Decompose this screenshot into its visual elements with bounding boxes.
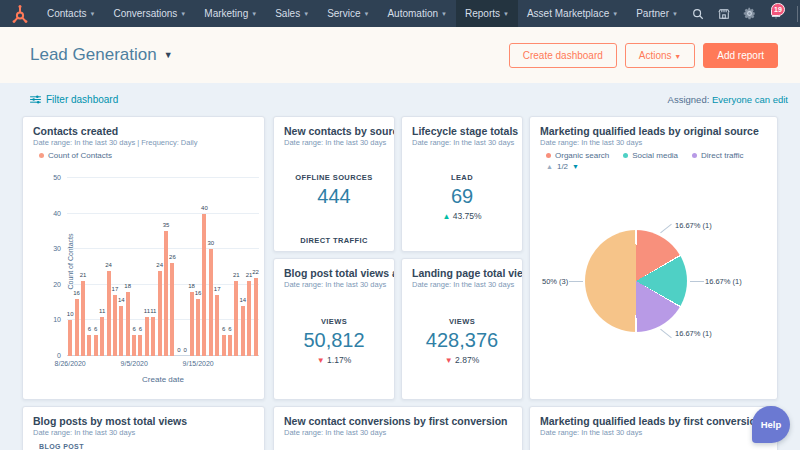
bar-value-label: 24	[156, 262, 163, 268]
metric-label: VIEWS	[274, 317, 394, 326]
bar[interactable]: 6	[228, 335, 232, 356]
bar[interactable]: 6	[138, 335, 142, 356]
bar[interactable]: 21	[81, 281, 85, 356]
pie-slice-label: 50% (3)	[542, 277, 568, 286]
bar[interactable]: 35	[164, 231, 168, 356]
card-title: New contacts by source	[274, 117, 394, 138]
top-nav: Contacts▼Conversations▼Marketing▼Sales▼S…	[0, 0, 800, 27]
notifications-icon[interactable]: 19	[765, 0, 787, 27]
bar-value-label: 16	[195, 290, 202, 296]
pie-graphic[interactable]	[585, 230, 687, 332]
y-tick-label: 30	[53, 245, 61, 252]
nav-item-sales[interactable]: Sales▼	[266, 0, 318, 27]
bar-value-label: 14	[239, 297, 246, 303]
bar[interactable]: 18	[126, 292, 130, 356]
metric-value: 69	[402, 185, 522, 208]
bar[interactable]: 6	[87, 335, 91, 356]
y-tick-label: 20	[53, 280, 61, 287]
card-new-contact-conversions: New contact conversions by first convers…	[273, 406, 523, 450]
nav-item-asset-marketplace[interactable]: Asset Marketplace▼	[518, 0, 627, 27]
bar[interactable]: 6	[222, 335, 226, 356]
bar-value-label: 21	[80, 272, 87, 278]
bar[interactable]: 11	[151, 317, 155, 356]
bar-value-label: 18	[188, 283, 195, 289]
search-icon[interactable]	[687, 0, 709, 27]
card-title: Lifecycle stage totals	[402, 117, 522, 138]
filter-icon	[30, 95, 41, 104]
card-landing-page-total-views: Landing page total vie... Date range: In…	[401, 258, 523, 400]
x-tick-label: 9/5/2020	[121, 360, 148, 367]
notification-badge[interactable]: 19	[771, 3, 785, 16]
marketplace-icon[interactable]	[713, 0, 735, 27]
add-report-button[interactable]: Add report	[703, 43, 778, 68]
card-meta: Date range: In the last 30 days | Freque…	[23, 138, 264, 147]
card-meta: Date range: In the last 30 days	[274, 280, 394, 289]
dashboard-title-selector[interactable]: Lead Generation ▼	[30, 45, 173, 65]
filter-dashboard-button[interactable]: Filter dashboard	[30, 94, 118, 105]
bar[interactable]: 6	[94, 335, 98, 356]
card-title: Landing page total vie...	[402, 259, 522, 280]
bar[interactable]: 24	[158, 271, 162, 356]
bar[interactable]: 16	[196, 299, 200, 356]
bar[interactable]: 14	[241, 306, 245, 356]
bar-value-label: 24	[105, 262, 112, 268]
pie-slice-label: 16.67% (1)	[705, 277, 742, 286]
bar[interactable]: 11	[100, 317, 104, 356]
hubspot-logo-icon[interactable]	[10, 4, 30, 24]
trend-up-icon: ▲	[442, 212, 450, 221]
card-new-contacts-by-source: New contacts by source Date range: In th…	[273, 116, 395, 252]
metric-label: VIEWS	[402, 317, 522, 326]
nav-item-marketing[interactable]: Marketing▼	[195, 0, 266, 27]
bar-chart: Count of Contacts Create date 0102030405…	[67, 178, 259, 356]
legend-item[interactable]: Count of Contacts	[39, 151, 112, 160]
bar[interactable]: 30	[209, 249, 213, 356]
card-mql-by-original-source: Marketing qualified leads by original so…	[529, 116, 778, 400]
metric-change: ▲ 43.75%	[402, 211, 522, 221]
title-chevron-down-icon: ▼	[164, 50, 173, 60]
nav-item-automation[interactable]: Automation▼	[378, 0, 456, 27]
bar[interactable]: 6	[132, 335, 136, 356]
bar[interactable]: 17	[215, 295, 219, 356]
bar[interactable]: 21	[234, 281, 238, 356]
card-blog-post-total-views: Blog post total views a... Date range: I…	[273, 258, 395, 400]
pie-callout-line	[660, 224, 672, 233]
bar-value-label: 6	[88, 326, 91, 332]
nav-item-partner[interactable]: Partner▼	[627, 0, 687, 27]
bar-value-label: 16	[73, 290, 80, 296]
card-meta: Date range: In the last 30 days	[530, 428, 777, 437]
trend-down-icon: ▼	[445, 356, 453, 365]
nav-item-service[interactable]: Service▼	[318, 0, 378, 27]
bar[interactable]: 26	[170, 263, 174, 356]
legend-dot	[39, 153, 44, 158]
nav-item-conversations[interactable]: Conversations▼	[104, 0, 195, 27]
bar-value-label: 6	[222, 326, 225, 332]
bar-value-label: 11	[150, 308, 156, 314]
bar[interactable]: 40	[202, 214, 206, 356]
bar[interactable]: 24	[107, 271, 111, 356]
bar[interactable]: 10	[68, 320, 72, 356]
assigned-value-link[interactable]: Everyone can edit	[712, 94, 788, 105]
actions-button[interactable]: Actions ▼	[625, 43, 696, 68]
x-tick-label: 9/15/2020	[183, 360, 214, 367]
bar[interactable]: 21	[247, 281, 251, 356]
y-tick-label: 50	[53, 174, 61, 181]
pie-chart: 16.67% (1) 16.67% (1) 16.67% (1) 50% (3)	[530, 117, 777, 399]
assigned-label: Assigned:	[668, 94, 710, 105]
pie-slice-label: 16.67% (1)	[675, 329, 712, 338]
help-button[interactable]: Help	[752, 406, 790, 443]
x-axis-title: Create date	[67, 375, 259, 384]
bar[interactable]: 16	[75, 299, 79, 356]
x-tick-label: 8/26/2020	[55, 360, 86, 367]
bar[interactable]: 22	[254, 278, 258, 356]
create-dashboard-button[interactable]: Create dashboard	[509, 43, 617, 68]
bar[interactable]: 11	[145, 317, 149, 356]
metric-label: OFFLINE SOURCES	[274, 173, 394, 182]
table-column-header: BLOG POST	[39, 443, 84, 450]
bar[interactable]: 18	[190, 292, 194, 356]
bar[interactable]: 17	[113, 295, 117, 356]
nav-item-reports[interactable]: Reports▼	[456, 0, 518, 27]
card-blog-posts-by-most-total-views: Blog posts by most total views Date rang…	[22, 406, 265, 450]
bar[interactable]: 14	[119, 306, 123, 356]
nav-item-contacts[interactable]: Contacts▼	[38, 0, 104, 27]
gear-icon[interactable]	[739, 0, 761, 27]
